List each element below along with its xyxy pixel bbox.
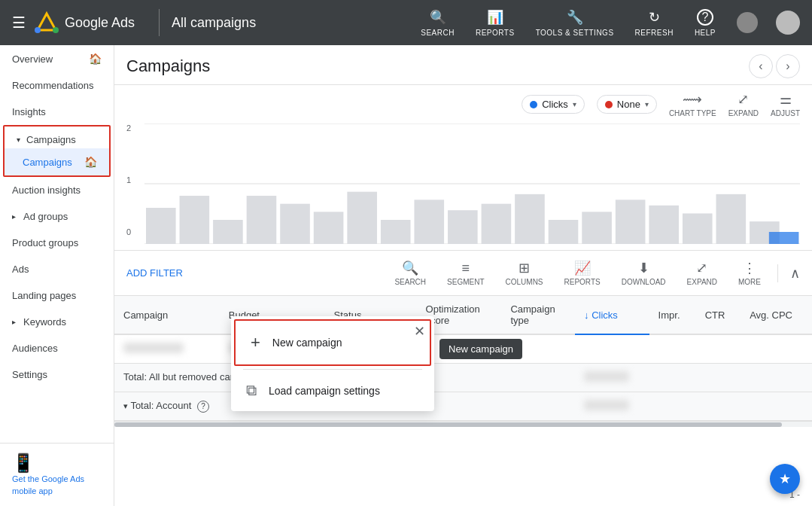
ads-label: Ads <box>12 264 29 275</box>
prev-page-button[interactable]: ‹ <box>749 54 773 78</box>
segment-toolbar-button[interactable]: ≡ SEGMENT <box>442 258 488 289</box>
header-nav-arrows: ‹ › <box>749 54 800 78</box>
download-toolbar-label: DOWNLOAD <box>622 278 666 286</box>
chart-type-icon: ⟿ <box>683 91 702 108</box>
sidebar-item-campaigns[interactable]: Campaigns 🏠 <box>5 148 109 175</box>
blurred-account-clicks <box>584 400 629 410</box>
sidebar-campaigns-header[interactable]: ▾ Campaigns <box>5 126 109 148</box>
new-campaign-plus-icon: + <box>251 333 260 352</box>
product-groups-label: Product groups <box>12 237 78 248</box>
th-campaign: Campaign <box>114 296 220 334</box>
auction-insights-label: Auction insights <box>12 184 81 196</box>
reports-nav-button[interactable]: 📊 REPORTS <box>467 5 524 41</box>
adjust-chart-button[interactable]: ⚌ ADJUST <box>771 91 800 117</box>
help-nav-button[interactable]: ? HELP <box>686 5 725 41</box>
sidebar-item-product-groups[interactable]: Product groups <box>0 230 114 256</box>
top-nav-actions: 🔍 SEARCH 📊 REPORTS 🔧 TOOLS & SETTINGS ↻ … <box>412 5 800 41</box>
menu-icon[interactable]: ☰ <box>12 14 26 32</box>
new-campaign-tooltip: New campaign <box>439 339 522 359</box>
svg-rect-17 <box>515 194 545 244</box>
none-filter-pill[interactable]: None ▾ <box>597 95 657 114</box>
tooltip-text: New campaign <box>449 343 513 355</box>
settings-label: Settings <box>12 369 47 380</box>
tools-nav-label: TOOLS & SETTINGS <box>536 29 614 37</box>
search-toolbar-button[interactable]: 🔍 SEARCH <box>390 257 430 289</box>
sidebar-item-insights[interactable]: Insights <box>0 99 114 125</box>
reports-nav-icon: 📊 <box>487 9 503 26</box>
total-account-help-icon[interactable]: ? <box>197 401 209 413</box>
expand-toolbar-icon: ⤢ <box>696 260 707 276</box>
download-toolbar-button[interactable]: ⬇ DOWNLOAD <box>617 257 671 289</box>
th-campaign-type: Campaigntype <box>501 296 575 334</box>
expand-chart-button[interactable]: ⤢ EXPAND <box>728 91 759 117</box>
th-avg-cpc: Avg. CPC <box>741 296 812 334</box>
refresh-nav-label: REFRESH <box>635 29 674 37</box>
campaigns-page-title: Campaigns <box>126 56 749 76</box>
expand-chart-icon: ⤢ <box>737 91 749 108</box>
logo: Google Ads <box>35 11 135 35</box>
keywords-arrow-icon: ▸ <box>12 318 16 326</box>
add-filter-button[interactable]: ADD FILTER <box>126 267 183 279</box>
sidebar-item-landing-pages[interactable]: Landing pages <box>0 282 114 309</box>
avatar-placeholder <box>737 12 758 33</box>
sidebar-item-settings[interactable]: Settings <box>0 361 114 388</box>
load-campaign-menu-item[interactable]: ⧉ Load campaign settings <box>231 370 434 411</box>
search-toolbar-icon: 🔍 <box>402 260 418 276</box>
ad-groups-arrow-icon: ▸ <box>12 212 16 221</box>
th-clicks[interactable]: ↓ Clicks <box>575 296 649 334</box>
total-account-row: ▾ Total: Account ? <box>114 392 812 421</box>
help-nav-icon: ? <box>697 9 713 26</box>
more-toolbar-icon: ⋮ <box>743 260 756 276</box>
svg-rect-13 <box>380 220 410 244</box>
reports-toolbar-button[interactable]: 📈 REPORTS <box>560 257 605 289</box>
overview-label: Overview <box>12 53 53 65</box>
search-nav-label: SEARCH <box>421 29 455 37</box>
y-label-1: 1 <box>126 175 138 184</box>
collapse-button[interactable]: ∧ <box>790 265 800 282</box>
nav-divider <box>159 9 160 36</box>
expand-toolbar-button[interactable]: ⤢ EXPAND <box>683 257 722 289</box>
total-all-clicks <box>575 364 649 392</box>
mobile-app-link[interactable]: Get the Google Ads mobile app <box>12 474 102 497</box>
chart-area: Clicks ▾ None ▾ ⟿ CHART TYPE ⤢ EXPAND <box>114 85 812 251</box>
campaigns-arrow-icon: ▾ <box>17 136 20 144</box>
svg-rect-9 <box>246 196 276 244</box>
new-campaign-label: New campaign <box>272 337 342 349</box>
horizontal-scrollbar[interactable] <box>114 421 812 427</box>
refresh-nav-button[interactable]: ↻ REFRESH <box>626 5 683 41</box>
refresh-nav-icon: ↻ <box>649 9 660 26</box>
svg-rect-22 <box>683 213 713 244</box>
sidebar-item-keywords[interactable]: ▸ Keywords <box>0 309 114 335</box>
sidebar-item-audiences[interactable]: Audiences <box>0 335 114 361</box>
total-all-ctr <box>696 364 741 392</box>
total-account-expand-icon[interactable]: ▾ <box>123 401 128 410</box>
new-campaign-menu-item[interactable]: + New campaign <box>236 321 430 364</box>
clicks-filter-pill[interactable]: Clicks ▾ <box>522 95 585 114</box>
cell-campaign <box>114 334 220 364</box>
sidebar-item-auction-insights[interactable]: Auction insights <box>0 177 114 203</box>
more-toolbar-button[interactable]: ⋮ MORE <box>734 257 765 289</box>
svg-rect-19 <box>582 212 612 244</box>
columns-toolbar-label: COLUMNS <box>506 278 543 286</box>
sidebar-item-recommendations[interactable]: Recommendations <box>0 72 114 99</box>
next-page-button[interactable]: › <box>776 54 800 78</box>
fab-button[interactable]: ★ <box>770 464 800 494</box>
svg-rect-14 <box>414 200 444 244</box>
dropdown-close-button[interactable]: ✕ <box>410 322 428 340</box>
search-nav-button[interactable]: 🔍 SEARCH <box>412 5 464 41</box>
cell-ctr <box>696 334 741 364</box>
segment-toolbar-label: SEGMENT <box>447 278 484 286</box>
sidebar-item-overview[interactable]: Overview 🏠 <box>0 45 114 72</box>
sidebar-item-ads[interactable]: Ads <box>0 256 114 282</box>
load-campaign-label: Load campaign settings <box>269 385 380 397</box>
sidebar-item-ad-groups[interactable]: ▸ Ad groups <box>0 203 114 230</box>
svg-point-2 <box>35 27 41 33</box>
clicks-dot <box>530 101 537 108</box>
columns-toolbar-button[interactable]: ⊞ COLUMNS <box>501 257 548 289</box>
notifications-nav-button[interactable] <box>728 8 767 38</box>
svg-rect-10 <box>280 204 310 244</box>
audiences-label: Audiences <box>12 343 58 354</box>
tools-nav-button[interactable]: 🔧 TOOLS & SETTINGS <box>527 5 623 41</box>
user-avatar[interactable] <box>776 11 800 35</box>
chart-type-button[interactable]: ⟿ CHART TYPE <box>669 91 716 117</box>
